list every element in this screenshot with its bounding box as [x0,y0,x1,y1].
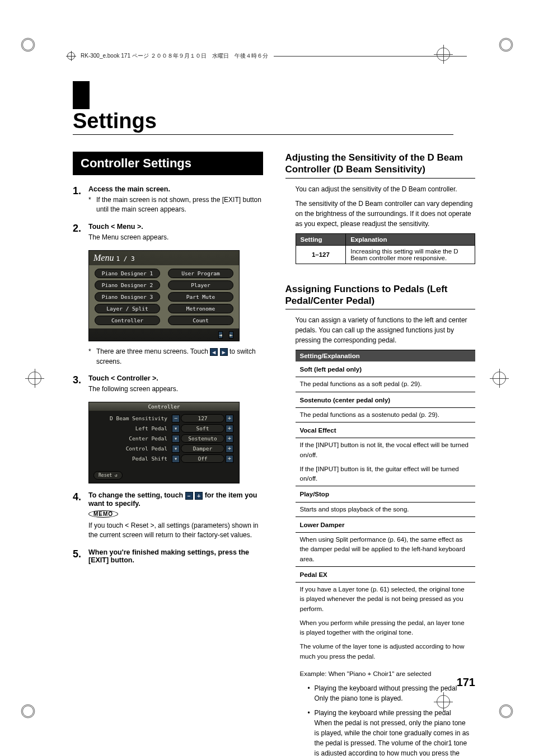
ctrl-row: Left Pedal ▾ Soft + [93,424,235,433]
asterisk: * [88,347,96,367]
header-rule [274,56,467,57]
dropdown-icon[interactable]: ▾ [172,455,180,463]
menu-item[interactable]: Count [168,316,233,325]
pedal-intro: You can assign a variety of functions to… [296,315,476,345]
menu-item[interactable]: User Program [168,269,233,278]
plus-icon[interactable]: + [226,425,233,433]
plus-icon: + [195,492,203,500]
ctrl-value: Soft [181,424,224,433]
dbeam-table: Setting Explanation 1–127 Increasing thi… [296,233,476,264]
asterisk: * [88,195,96,215]
row-header: Vocal Effect [296,422,476,438]
ctrl-label: Left Pedal [93,425,171,431]
step-note: The Menu screen appears. [88,233,263,242]
row-header: Play/Stop [296,486,476,502]
step-title: When you're finished making settings, pr… [88,548,263,564]
ctrl-row: Pedal Shift ▾ Off + [93,454,235,463]
step-num: 1. [73,185,88,217]
plus-icon[interactable]: + [226,455,233,463]
menu-item[interactable]: Part Mute [168,292,233,302]
bullet-item: Playing the keyboard without pressing th… [308,683,471,703]
plus-icon[interactable]: + [226,435,233,443]
menu-item[interactable]: Piano Designer 1 [95,269,160,278]
ctrl-label: Pedal Shift [93,456,171,462]
ctrl-value: Sostenuto [181,434,224,443]
menu-item[interactable]: Piano Designer 3 [95,292,160,302]
heading-dbeam: Adjusting the Sensitivity of the D Beam … [285,152,476,179]
meta-text: RK-300_e.book 171 ページ ２００８年９月１０日 水曜日 午後４… [81,52,268,60]
chapter-bar [73,81,90,109]
row-body2: When you perform while pressing the peda… [296,616,476,640]
step-num: 2. [73,223,88,245]
arrow-right-icon: ► [220,348,228,356]
minus-icon[interactable]: − [172,415,180,422]
ctrl-row: Center Pedal ▾ Sostenuto + [93,434,235,443]
row-header: Lower Damper [296,516,476,532]
reset-button[interactable]: Reset ↺ [93,471,123,480]
row-body: The pedal functions as a sostenuto pedal… [296,407,476,422]
dropdown-icon[interactable]: ▾ [172,435,180,443]
minus-icon: − [185,492,193,500]
row-body: If you have a Layer tone (p. 61) selecte… [296,583,476,616]
ctrl-label: Control Pedal [93,445,171,452]
crop-mark-tl [20,36,36,53]
page-content: Settings Controller Settings 1. Access t… [73,81,475,666]
row-body2: If the [INPUT] button is lit, the guitar… [296,462,476,486]
bullet-item: Playing the keyboard while pressing the … [308,708,471,756]
arrow-right-icon[interactable]: ► [229,331,233,339]
step-title: Touch < Controller >. [88,374,263,382]
dropdown-icon[interactable]: ▾ [172,445,180,453]
ctrl-label: D Beam Sensitivity [93,415,171,421]
step-title: Access the main screen. [88,185,263,193]
heading-pedal: Assigning Functions to Pedals (Left Peda… [285,283,476,310]
right-column: Adjusting the Sensitivity of the D Beam … [285,152,476,756]
chapter-title-row: Settings [73,81,475,135]
menu-item[interactable]: Layer / Split [95,304,160,313]
ctrl-value: 127 [181,414,224,422]
step-title: Touch < Menu >. [88,223,263,231]
dropdown-icon[interactable]: ▾ [172,425,180,433]
plus-icon[interactable]: + [226,415,233,422]
meta-icon [67,52,75,60]
ctrl-value: Off [181,454,224,463]
row-body: When using Split performance (p. 64), th… [296,533,476,567]
td-range: 1–127 [296,245,346,264]
th-setting-expl: Setting/Explanation [296,350,476,362]
ctrl-label: Center Pedal [93,435,171,442]
step-num: 5. [73,548,88,566]
step-num: 3. [73,374,88,396]
menu-item[interactable]: Controller [95,316,160,325]
menu-item[interactable]: Piano Designer 2 [95,280,160,290]
example-label: Example: When "Piano + Choir1" are selec… [296,664,476,681]
crop-mark-br [498,703,514,720]
controller-screenshot: Controller D Beam Sensitivity − 127 + Le… [88,402,240,483]
menu-nav-arrows[interactable]: ◄ ► [89,328,239,341]
row-body: Starts and stops playback of the song. [296,502,476,516]
ctrl-value: Damper [181,444,224,453]
dbeam-p1: You can adjust the sensitivity of the D … [296,184,476,194]
arrow-left-icon[interactable]: ◄ [218,331,223,339]
step-num: 4. [73,491,88,542]
left-column: Controller Settings 1. Access the main s… [73,152,263,756]
memo-text: If you touch < Reset >, all settings (pa… [88,521,263,541]
menu-nav-note: There are three menu screens. Touch ◄ ► … [96,347,263,367]
page-number: 171 [457,676,475,689]
th-explanation: Explanation [346,233,475,245]
menu-item[interactable]: Metronome [168,304,233,313]
step-note: If the main screen is not shown, press t… [96,195,263,215]
menu-title: Menu [93,253,114,262]
menu-item[interactable]: Player [168,280,233,290]
td-desc: Increasing this setting will make the D … [346,245,475,264]
page-header-meta: RK-300_e.book 171 ページ ２００８年９月１０日 水曜日 午後４… [67,52,467,60]
plus-icon[interactable]: + [226,445,233,453]
row-body: If the [INPUT] button is not lit, the vo… [296,438,476,462]
ctrl-row: D Beam Sensitivity − 127 + [93,414,235,422]
crop-mark-tr [498,36,514,53]
dbeam-p2: The sensitivity of the D Beam controller… [296,199,476,229]
row-body3: The volume of the layer tone is adjusted… [296,640,476,664]
step-title: To change the setting, touch − + for the… [88,491,263,508]
controller-titlebar: Controller [89,402,239,411]
row-body: The pedal functions as a soft pedal (p. … [296,377,476,392]
row-header: Soft (left pedal only) [296,361,476,377]
ctrl-row: Control Pedal ▾ Damper + [93,444,235,453]
